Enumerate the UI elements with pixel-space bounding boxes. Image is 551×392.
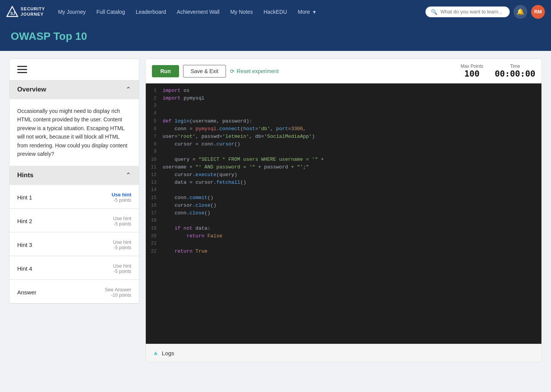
nav-hackedu[interactable]: HackEDU <box>258 0 292 23</box>
hint-3-points: -5 points <box>113 245 131 250</box>
hint-4-use-link[interactable]: Use hint <box>113 263 131 269</box>
nav-my-journey[interactable]: My Journey <box>53 0 91 23</box>
logo-icon: SJ <box>6 6 18 18</box>
line-number: 13 <box>146 180 163 185</box>
overview-section-header[interactable]: Overview ⌃ <box>10 80 139 99</box>
line-number: 19 <box>146 226 163 231</box>
line-number: 22 <box>146 249 163 254</box>
hint-3-use-link[interactable]: Use hint <box>113 239 131 245</box>
code-line: 14 <box>146 187 541 194</box>
search-bar[interactable]: 🔍 <box>425 7 510 17</box>
line-content: return False <box>163 233 222 239</box>
code-line: 1import os <box>146 87 541 95</box>
line-content: cursor.execute(query) <box>163 172 237 178</box>
code-line: 17 conn.close() <box>146 210 541 217</box>
max-points-label: Max Points <box>461 64 483 69</box>
code-line: 8 cursor = conn.cursor() <box>146 141 541 149</box>
hint-3-label: Hint 3 <box>17 242 32 248</box>
line-content: cursor = conn.cursor() <box>163 141 240 147</box>
hints-title: Hints <box>17 172 34 179</box>
line-content: if not data: <box>163 225 210 231</box>
nav-my-notes[interactable]: My Notes <box>225 0 258 23</box>
line-content: conn.close() <box>163 210 210 216</box>
logs-bar[interactable]: ▲ Logs <box>146 344 541 362</box>
code-line: 4 <box>146 110 541 118</box>
hint-4-points: -5 points <box>113 269 131 274</box>
right-panel: Run Save & Exit ⟳ Reset experiment Max P… <box>145 59 542 362</box>
search-input[interactable] <box>440 9 504 15</box>
code-line: 19 if not data: <box>146 225 541 233</box>
reset-button[interactable]: ⟳ Reset experiment <box>230 68 279 74</box>
overview-chevron-icon: ⌃ <box>126 85 131 94</box>
hints-section-header[interactable]: Hints ⌃ <box>10 166 139 185</box>
run-button[interactable]: Run <box>152 65 179 77</box>
line-number: 1 <box>146 88 163 93</box>
time-value: 00:00:00 <box>495 69 535 78</box>
overview-title: Overview <box>17 86 46 93</box>
search-icon: 🔍 <box>431 9 437 15</box>
save-exit-button[interactable]: Save & Exit <box>183 65 226 78</box>
nav-more[interactable]: More ▾ <box>292 0 321 23</box>
answer-label: Answer <box>17 289 36 296</box>
navbar: SJ SECURITY JOURNEY My Journey Full Cata… <box>0 0 551 23</box>
nav-full-catalog[interactable]: Full Catalog <box>91 0 130 23</box>
hint-3-action[interactable]: Use hint -5 points <box>113 239 131 250</box>
menu-toggle[interactable] <box>10 59 139 80</box>
code-line: 5def login(username, password): <box>146 118 541 126</box>
code-line: 9 <box>146 149 541 156</box>
answer-see-link[interactable]: See Answer <box>105 287 131 292</box>
svg-text:SJ: SJ <box>10 11 15 16</box>
hint-2-action[interactable]: Use hint -5 points <box>113 216 131 227</box>
code-line: 18 <box>146 217 541 225</box>
line-number: 9 <box>146 149 163 154</box>
line-content: username + "' AND password = '" + passwo… <box>163 164 309 170</box>
hint-4-label: Hint 4 <box>17 265 32 272</box>
code-line: 11username + "' AND password = '" + pass… <box>146 164 541 172</box>
code-editor[interactable]: 1import os2import pymysql345def login(us… <box>146 83 541 344</box>
hint-1-label: Hint 1 <box>17 194 32 201</box>
hint-item-3: Hint 3 Use hint -5 points <box>10 232 139 256</box>
line-number: 2 <box>146 96 163 101</box>
logo[interactable]: SJ SECURITY JOURNEY <box>6 6 45 18</box>
avatar[interactable]: RM <box>531 5 545 19</box>
line-number: 10 <box>146 157 163 162</box>
max-points-box: Max Points 100 <box>461 64 483 78</box>
hint-1-use-link[interactable]: Use hint <box>112 192 131 198</box>
line-content: conn = pymysql.connect(host='db', port=3… <box>163 126 306 132</box>
code-line: 15 conn.commit() <box>146 194 541 202</box>
editor-toolbar: Run Save & Exit ⟳ Reset experiment Max P… <box>146 59 541 83</box>
notification-bell[interactable]: 🔔 <box>514 5 527 19</box>
code-line: 20 return False <box>146 233 541 240</box>
line-number: 16 <box>146 203 163 208</box>
nav-leaderboard[interactable]: Leaderboard <box>130 0 171 23</box>
code-line: 12 cursor.execute(query) <box>146 172 541 179</box>
page-title: OWASP Top 10 <box>11 30 540 42</box>
line-content: return True <box>163 248 207 254</box>
hint-2-points: -5 points <box>113 221 131 227</box>
hint-4-action[interactable]: Use hint -5 points <box>113 263 131 274</box>
line-number: 21 <box>146 241 163 246</box>
nav-achievement-wall[interactable]: Achievement Wall <box>171 0 225 23</box>
logo-line1: SECURITY <box>21 7 45 11</box>
hint-1-points: -5 points <box>112 198 131 203</box>
page-header: OWASP Top 10 <box>0 23 551 51</box>
line-number: 18 <box>146 218 163 223</box>
code-line: 3 <box>146 103 541 110</box>
answer-action[interactable]: See Answer -10 points <box>105 287 131 298</box>
hint-item-4: Hint 4 Use hint -5 points <box>10 256 139 280</box>
line-content: cursor.close() <box>163 203 216 208</box>
nav-links: My Journey Full Catalog Leaderboard Achi… <box>53 0 425 23</box>
nav-right: 🔍 🔔 RM <box>425 5 545 19</box>
code-line: 16 cursor.close() <box>146 202 541 210</box>
hint-2-label: Hint 2 <box>17 218 32 224</box>
hint-2-use-link[interactable]: Use hint <box>113 216 131 221</box>
answer-points: -10 points <box>105 292 131 298</box>
line-number: 17 <box>146 211 163 216</box>
code-line: 13 data = cursor.fetchall() <box>146 179 541 187</box>
hints-chevron-icon: ⌃ <box>126 171 131 180</box>
hint-1-action[interactable]: Use hint -5 points <box>112 192 131 203</box>
code-line: 7user='root', passwd='letmein', db='Soci… <box>146 133 541 141</box>
line-number: 3 <box>146 103 163 108</box>
line-number: 4 <box>146 111 163 116</box>
logo-line2: JOURNEY <box>21 12 45 17</box>
